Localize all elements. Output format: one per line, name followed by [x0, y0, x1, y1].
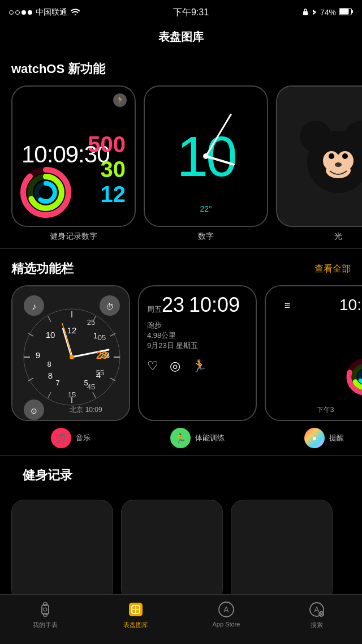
- new-features-scroll[interactable]: 🏃 10:09:30: [0, 85, 362, 242]
- stat-500: 500: [88, 132, 126, 157]
- face-card-modular[interactable]: 周五 23 10:09 跑步 4.98公里 9月23日 星期五 ♡ ◎ 🏃 🏃 …: [138, 285, 257, 448]
- featured-header: 精选功能栏 查看全部: [0, 260, 362, 277]
- svg-text:15: 15: [68, 390, 76, 399]
- face-card-mickey[interactable]: 11 10 9 8 🐭 光: [276, 85, 362, 242]
- svg-point-21: [335, 162, 342, 167]
- tab-face-gallery[interactable]: 表盘图库: [90, 600, 181, 629]
- svg-point-12: [203, 153, 209, 159]
- search-icon: A: [309, 602, 325, 617]
- face-card-numeric[interactable]: 10 22° 数字: [144, 85, 268, 242]
- svg-point-14: [300, 121, 331, 152]
- target-icon: ◎: [170, 359, 180, 373]
- svg-text:下午3: 下午3: [317, 406, 334, 414]
- svg-text:⊙: ⊙: [31, 406, 37, 415]
- svg-text:北京 10:09: 北京 10:09: [70, 406, 102, 414]
- section-divider-2: [0, 455, 362, 456]
- svg-line-11: [206, 156, 234, 165]
- svg-text:23: 23: [96, 350, 107, 361]
- svg-point-77: [44, 608, 47, 611]
- svg-text:7: 7: [55, 379, 59, 387]
- new-features-section: watchOS 新功能 🏃 10:09:30: [0, 51, 362, 246]
- svg-rect-75: [44, 603, 47, 606]
- lock-icon: [302, 8, 309, 18]
- tab-search[interactable]: A 搜索: [272, 600, 362, 629]
- reminders-app-label: 提醒: [329, 433, 344, 443]
- svg-text:45: 45: [87, 383, 95, 391]
- carrier-label: 中国联通: [36, 7, 67, 18]
- mod-dist: 4.98公里: [147, 330, 248, 341]
- face-numeric-preview: 10 22°: [144, 85, 268, 227]
- mod-activity: 跑步: [147, 320, 248, 330]
- mod-header: 周五 23 10:09: [147, 293, 248, 317]
- health-card-1[interactable]: [11, 500, 113, 602]
- svg-text:4: 4: [96, 370, 101, 380]
- app-store-icon-wrap: A: [216, 600, 236, 619]
- svg-rect-0: [303, 11, 308, 15]
- new-features-header: watchOS 新功能: [0, 61, 362, 78]
- heart-icon: ♡: [147, 359, 158, 373]
- face-card-activity2[interactable]: ≡ 10: 下午3 ●: [265, 285, 362, 448]
- health-scroll[interactable]: [0, 500, 362, 602]
- svg-text:5: 5: [84, 379, 88, 387]
- featured-section: 精选功能栏 查看全部 ♪ ⏱: [0, 251, 362, 453]
- face-gallery-icon: [127, 601, 144, 618]
- featured-scroll[interactable]: ♪ ⏱: [0, 285, 362, 448]
- svg-text:25: 25: [87, 318, 95, 327]
- status-right: 74%: [302, 8, 353, 18]
- battery-icon: [339, 8, 353, 17]
- activity2-svg: ≡ 10: 下午3: [266, 286, 362, 421]
- svg-rect-74: [42, 605, 49, 614]
- face-numeric-label: 数字: [198, 231, 214, 242]
- svg-point-19: [329, 153, 334, 159]
- svg-text:A: A: [223, 605, 229, 614]
- status-bar: 中国联通 下午9:31 74%: [0, 0, 362, 25]
- mod-date: 23: [162, 293, 184, 317]
- face-card-activity-digital[interactable]: 🏃 10:09:30: [11, 85, 136, 242]
- tab-bar: 我的手表 表盘图库 A App Store A: [0, 594, 362, 644]
- svg-text:12: 12: [67, 325, 77, 335]
- svg-text:8: 8: [47, 360, 51, 368]
- mod-date2: 9月23日 星期五: [147, 341, 248, 351]
- health-header: 健身记录: [0, 467, 362, 492]
- mod-day: 周五: [147, 304, 162, 315]
- face-activity-digital-label: 健身记录数字: [50, 231, 97, 242]
- svg-rect-2: [352, 10, 353, 13]
- featured-view-all-link[interactable]: 查看全部: [314, 263, 351, 275]
- stat-30: 30: [101, 157, 126, 182]
- tab-my-watch[interactable]: 我的手表: [0, 600, 90, 629]
- run2-icon: 🏃: [192, 359, 207, 373]
- svg-text:8: 8: [48, 371, 53, 380]
- tab-app-store[interactable]: A App Store: [181, 600, 272, 628]
- face-gallery-icon-wrap: [126, 600, 146, 619]
- face-card-utility[interactable]: ♪ ⏱: [11, 285, 130, 448]
- signal-dot-3: [21, 10, 26, 15]
- tab-search-label: 搜索: [311, 621, 323, 629]
- svg-text:10: 10: [46, 330, 55, 340]
- tab-face-gallery-label: 表盘图库: [123, 621, 148, 629]
- section-divider-1: [0, 248, 362, 249]
- svg-rect-76: [44, 613, 47, 616]
- stat-12: 12: [101, 182, 126, 207]
- app-store-icon: A: [218, 602, 234, 617]
- svg-point-60: [70, 355, 74, 359]
- signal-dots: [9, 10, 32, 15]
- svg-point-20: [342, 153, 348, 159]
- tab-app-store-label: App Store: [213, 621, 240, 628]
- my-watch-icon: [37, 602, 53, 617]
- svg-text:⏱: ⏱: [106, 302, 114, 311]
- health-card-3[interactable]: [231, 500, 333, 602]
- battery-label: 74%: [320, 8, 336, 17]
- bluetooth-icon: [312, 8, 317, 18]
- health-card-2[interactable]: [121, 500, 223, 602]
- svg-text:05: 05: [98, 333, 106, 342]
- face-mickey-preview: 11 10 9 8 🐭: [276, 85, 362, 227]
- workout-app-label: 体能训练: [195, 433, 225, 443]
- svg-text:1: 1: [93, 330, 98, 340]
- face-activity2-preview: ≡ 10: 下午3: [265, 285, 362, 421]
- svg-text:9: 9: [36, 350, 40, 360]
- mod-time: 10:09: [189, 293, 240, 317]
- wifi-icon: [71, 8, 80, 17]
- workout-app-icon: 🏃: [170, 428, 191, 448]
- face-utility-preview: ♪ ⏱: [11, 285, 130, 421]
- svg-text:≡: ≡: [285, 300, 291, 311]
